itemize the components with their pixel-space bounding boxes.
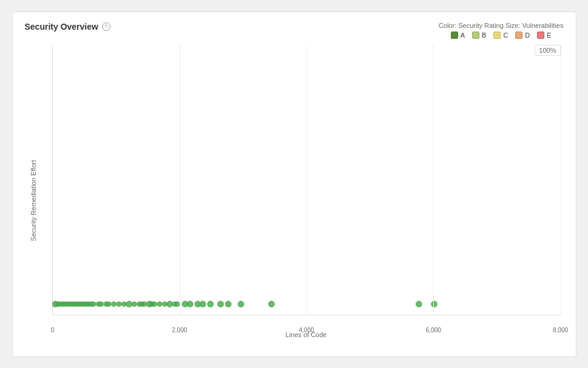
x-tick: 2,000	[172, 327, 187, 333]
legend-item-E: E	[537, 32, 551, 39]
chart-container: 100% 02,0004,0006,0008,000 Lines of Code	[52, 45, 561, 333]
legend-text-A: A	[461, 32, 465, 39]
legend-items: ABCDE	[451, 32, 552, 39]
svg-point-24	[132, 301, 137, 306]
x-tick: 0	[51, 327, 55, 333]
x-tick: 4,000	[299, 327, 314, 333]
svg-point-23	[126, 301, 132, 307]
svg-point-45	[416, 301, 422, 307]
svg-point-19	[106, 301, 111, 306]
svg-point-22	[121, 301, 126, 306]
legend-text-E: E	[547, 32, 551, 39]
grid-line	[306, 45, 307, 315]
card-header: Security Overview ? Color: Security Rati…	[25, 22, 564, 39]
svg-point-44	[268, 301, 274, 307]
chart-area: Security Remediation Effort 100% 02,0004…	[25, 45, 564, 333]
legend-color-A	[451, 32, 458, 39]
security-overview-card: Security Overview ? Color: Security Rati…	[12, 12, 576, 357]
svg-point-41	[217, 301, 223, 307]
y-axis-label: Security Remediation Effort	[30, 160, 37, 241]
svg-point-20	[111, 301, 116, 306]
svg-point-42	[225, 301, 231, 307]
legend-item-C: C	[493, 32, 508, 39]
svg-point-40	[207, 301, 213, 307]
legend-item-A: A	[451, 32, 465, 39]
legend-text-C: C	[503, 32, 508, 39]
grid-line	[561, 45, 561, 315]
svg-point-43	[238, 301, 244, 307]
legend-color-E	[537, 32, 544, 39]
x-tick: 6,000	[426, 327, 441, 333]
svg-point-15	[91, 301, 96, 306]
legend-label: Color: Security Rating Size: Vulnerabili…	[439, 22, 564, 29]
legend-text-B: B	[482, 32, 486, 39]
legend-color-B	[472, 32, 479, 39]
chart-inner: 100% 02,0004,0006,0008,000	[52, 45, 561, 315]
legend-color-D	[515, 32, 522, 39]
legend-text-D: D	[525, 32, 530, 39]
svg-point-35	[175, 301, 180, 306]
svg-point-31	[157, 301, 161, 306]
svg-point-21	[116, 301, 121, 306]
x-tick: 8,000	[553, 327, 568, 333]
grid-line	[180, 45, 180, 315]
title-area: Security Overview ?	[25, 22, 110, 32]
legend-color-C	[493, 32, 501, 39]
help-icon[interactable]: ?	[102, 22, 110, 31]
svg-point-27	[141, 301, 146, 306]
svg-point-32	[162, 301, 167, 306]
page-title: Security Overview	[25, 22, 98, 32]
svg-point-39	[200, 301, 206, 307]
legend-area: Color: Security Rating Size: Vulnerabili…	[439, 22, 564, 39]
svg-point-37	[187, 301, 193, 307]
svg-point-30	[152, 301, 157, 306]
svg-point-17	[98, 301, 103, 306]
grid-line	[433, 45, 434, 315]
legend-item-D: D	[515, 32, 530, 39]
legend-item-B: B	[472, 32, 486, 39]
svg-point-33	[166, 301, 172, 307]
